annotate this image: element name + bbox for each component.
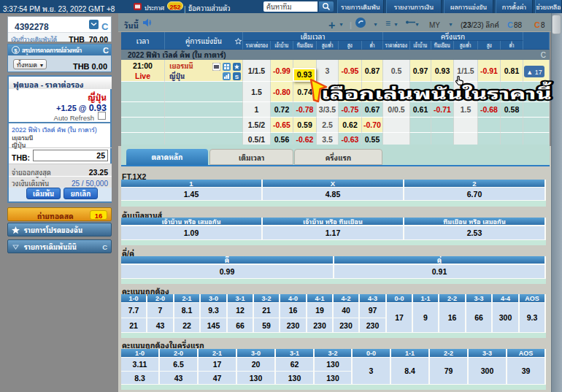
svg-text:เลือกเล่นพนันในราคานี้: เลือกเล่นพนันในราคานี้ [321, 80, 552, 104]
svg-text:S: S [235, 74, 239, 80]
